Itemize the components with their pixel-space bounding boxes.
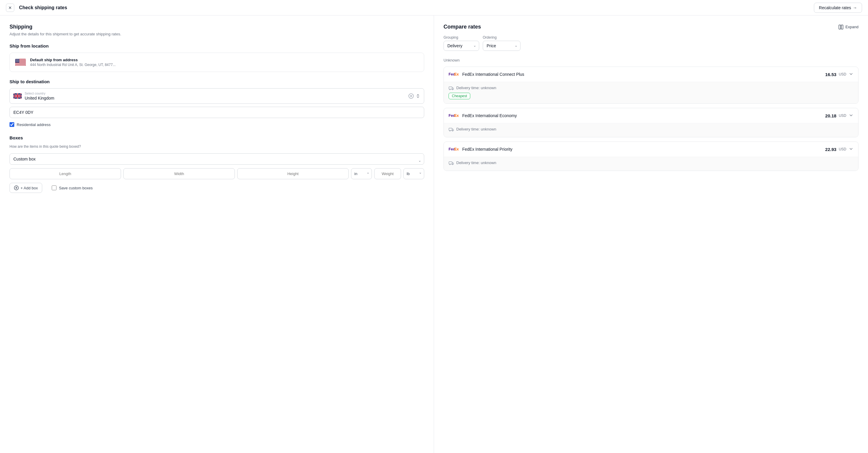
close-button[interactable]: ✕ — [6, 4, 14, 12]
weight-unit-select[interactable]: lb kg — [403, 168, 424, 179]
expand-button[interactable]: Expand — [838, 24, 859, 30]
chevron-updown-icon — [415, 94, 420, 98]
service-name-2: FedEx International Economy — [462, 113, 517, 118]
recalculate-button[interactable]: Recalculate rates → — [814, 3, 862, 13]
fedex-logo-2: Fed Ex — [448, 112, 459, 119]
svg-text:Ex: Ex — [454, 114, 459, 118]
svg-point-22 — [18, 61, 19, 62]
boxes-subtitle: How are the items in this quote being bo… — [9, 145, 424, 149]
uk-flag-icon — [13, 93, 22, 99]
main-content: Shipping Adjust the details for this shi… — [0, 16, 868, 453]
country-label: Select country — [25, 92, 54, 95]
svg-point-19 — [18, 61, 19, 61]
save-custom-label[interactable]: Save custom boxes — [59, 186, 92, 190]
svg-point-10 — [17, 59, 18, 60]
svg-rect-4 — [15, 63, 26, 64]
clear-icon — [408, 93, 414, 99]
delivery-icon-2 — [448, 126, 454, 132]
svg-text:Ex: Ex — [454, 72, 459, 77]
delivery-row-2: Delivery time: unknown — [448, 123, 854, 133]
rate-card-header-1: Fed Ex FedEx International Connect Plus … — [444, 67, 858, 82]
grouping-select[interactable]: Delivery Carrier Service — [443, 41, 479, 51]
price-value-1: 16.53 — [825, 72, 836, 77]
expand-icon — [838, 24, 844, 30]
rate-card-body-2: Delivery time: unknown — [444, 123, 858, 137]
delivery-time-1: Delivery time: unknown — [456, 86, 496, 90]
residential-label[interactable]: Residential address — [17, 122, 51, 127]
clear-country-button[interactable] — [408, 93, 414, 99]
left-panel: Shipping Adjust the details for this shi… — [0, 16, 434, 453]
ordering-select[interactable]: Price Delivery time Carrier — [483, 41, 521, 51]
right-panel: Compare rates Expand Grouping Delivery C… — [434, 16, 868, 453]
svg-point-9 — [17, 59, 17, 60]
svg-rect-27 — [839, 25, 841, 29]
svg-rect-41 — [449, 162, 452, 164]
recalculate-arrow-icon: → — [853, 5, 857, 10]
country-info: Select country United Kingdom — [25, 92, 54, 100]
expand-label: Expand — [845, 25, 859, 29]
svg-point-20 — [16, 61, 17, 62]
expand-rate-button-1[interactable] — [849, 72, 854, 77]
width-input[interactable] — [123, 168, 235, 179]
ship-from-address: Default ship from address 444 North Indu… — [30, 58, 116, 67]
ship-from-name: Default ship from address — [30, 58, 116, 62]
svg-point-18 — [17, 61, 18, 61]
rate-price-3: 22.93 USD — [825, 147, 846, 152]
add-box-label: + Add box — [21, 186, 38, 190]
ship-to-title: Ship to destination — [9, 79, 424, 84]
rate-card-body-3: Delivery time: unknown — [444, 157, 858, 171]
grouping-select-wrapper: Delivery Carrier Service ⌄ — [443, 41, 479, 51]
svg-point-23 — [19, 61, 19, 62]
chevron-down-icon-3 — [849, 147, 854, 151]
postal-code-input[interactable] — [9, 107, 424, 118]
currency-2: USD — [839, 114, 846, 118]
cheapest-badge-1: Cheapest — [448, 93, 470, 99]
shipping-section-title: Shipping — [9, 24, 424, 30]
svg-point-42 — [450, 164, 451, 165]
expand-rate-button-3[interactable] — [849, 147, 854, 152]
country-chevron-button[interactable] — [415, 94, 420, 98]
delivery-time-2: Delivery time: unknown — [456, 127, 496, 131]
save-custom-checkbox[interactable] — [52, 185, 57, 190]
svg-rect-36 — [449, 128, 452, 130]
svg-point-12 — [16, 60, 17, 60]
svg-point-11 — [18, 59, 19, 60]
height-input[interactable] — [237, 168, 349, 179]
svg-point-16 — [16, 61, 16, 61]
ship-from-card: Default ship from address 444 North Indu… — [9, 53, 424, 72]
length-input[interactable] — [9, 168, 121, 179]
ordering-group: Ordering Price Delivery time Carrier ⌄ — [483, 35, 521, 51]
svg-point-8 — [16, 59, 16, 60]
expand-rate-button-2[interactable] — [849, 113, 854, 119]
svg-point-32 — [450, 89, 451, 90]
svg-text:Ex: Ex — [454, 147, 459, 151]
weight-input[interactable] — [374, 168, 401, 179]
add-box-button[interactable]: + Add box — [9, 183, 42, 193]
rate-card-header-2: Fed Ex FedEx International Economy 20.18… — [444, 108, 858, 123]
fedex-logo-1: Fed Ex — [448, 71, 459, 78]
delivery-icon-3 — [448, 160, 454, 165]
svg-rect-6 — [15, 65, 26, 66]
service-name-1: FedEx International Connect Plus — [462, 72, 524, 77]
price-value-3: 22.93 — [825, 147, 836, 152]
svg-point-13 — [17, 60, 18, 60]
compare-title: Compare rates — [443, 24, 481, 30]
weight-unit-select-wrapper: lb kg ⌄ — [403, 168, 424, 179]
country-select-wrapper[interactable]: Select country United Kingdom — [9, 88, 424, 104]
box-type-select-wrapper: Custom box Standard box Flat rate box ⌄ — [9, 153, 424, 168]
rate-card-fedex-economy: Fed Ex FedEx International Economy 20.18… — [443, 108, 859, 137]
svg-point-15 — [19, 60, 19, 60]
svg-point-14 — [18, 60, 19, 60]
dim-unit-select[interactable]: in cm — [351, 168, 372, 179]
fedex-logo-3: Fed Ex — [448, 146, 459, 152]
residential-checkbox[interactable] — [9, 122, 14, 127]
svg-point-37 — [450, 130, 451, 131]
country-actions — [408, 93, 420, 99]
rate-card-fedex-connect-plus: Fed Ex FedEx International Connect Plus … — [443, 67, 859, 104]
svg-point-33 — [452, 89, 453, 90]
box-type-select[interactable]: Custom box Standard box Flat rate box — [9, 153, 424, 165]
rate-carrier-1: Fed Ex FedEx International Connect Plus — [448, 71, 524, 78]
rate-price-2: 20.18 USD — [825, 113, 846, 118]
svg-point-43 — [452, 164, 453, 165]
svg-point-38 — [452, 130, 453, 131]
